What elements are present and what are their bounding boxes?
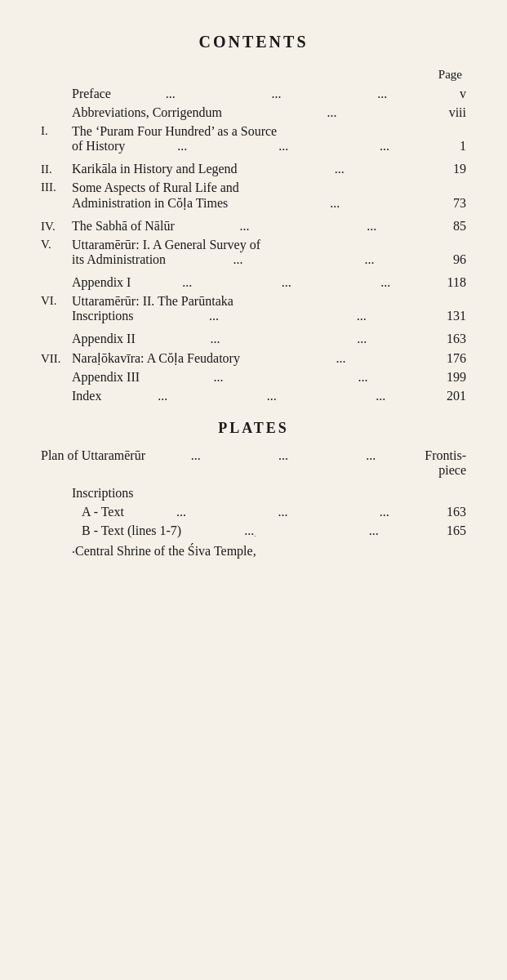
toc-title-block-VI: Uttaramērūr: II. The Parūntaka Inscripti… bbox=[72, 294, 466, 323]
toc-item-VII: VII. Naraḷōkavīra: A Cŏḷa Feudatory ... … bbox=[41, 350, 466, 366]
toc-title-abbr: Abbreviations, Corrigendum bbox=[72, 105, 222, 120]
toc-line2-text-III: Administration in Cŏḷa Times bbox=[72, 195, 228, 211]
toc-title-block-V: Uttaramērūr: I. A General Survey of its … bbox=[72, 238, 466, 267]
toc-index: Index ......... 201 bbox=[41, 389, 466, 403]
toc-page-III: 73 bbox=[442, 196, 466, 211]
toc-appendix-I: Appendix I ......... 118 bbox=[41, 275, 466, 290]
toc-abbreviations: Abbreviations, Corrigendum ... viii bbox=[41, 105, 466, 120]
toc-line2-VI: Inscriptions ...... 131 bbox=[72, 309, 466, 323]
toc-appendix-II: Appendix II ...... 163 bbox=[41, 332, 466, 346]
toc-dots-VI: ...... bbox=[134, 309, 442, 323]
toc-title-II: Karikāla in History and Legend bbox=[72, 162, 238, 176]
toc-page-appendix-III: 199 bbox=[442, 370, 466, 385]
plates-a-page: 163 bbox=[442, 505, 466, 519]
toc-title-appendix-II: Appendix II bbox=[72, 332, 136, 346]
toc-item-IV: IV. The Sabhā of Nālūr ...... 85 bbox=[41, 219, 466, 234]
toc-page-II: 19 bbox=[442, 162, 466, 176]
toc-dots-VII: ... bbox=[240, 351, 442, 366]
plates-b-text: B - Text (lines 1-7) ...·... 165 bbox=[41, 523, 466, 540]
toc-line1-text-VI: Uttaramērūr: II. The Parūntaka bbox=[72, 294, 233, 309]
toc-page-abbr: viii bbox=[442, 105, 466, 120]
toc-num-VI: VI. bbox=[41, 294, 72, 308]
plates-a-title: A - Text bbox=[82, 505, 124, 519]
toc-num-I: I. bbox=[41, 124, 72, 138]
plates-plan-dots: ......... bbox=[145, 448, 421, 463]
toc-appendix-III: Appendix III ...... 199 bbox=[41, 370, 466, 385]
toc-title-block-I: The ‘Puram Four Hundred’ as a Source of … bbox=[72, 124, 466, 154]
plates-inscriptions-title: Inscriptions bbox=[72, 486, 134, 501]
toc-line2-text-V: its Administration bbox=[72, 252, 166, 267]
toc-line2-V: its Administration ...... 96 bbox=[72, 252, 466, 267]
toc-line1-I: The ‘Puram Four Hundred’ as a Source bbox=[72, 124, 466, 139]
toc-title-preface: Preface bbox=[72, 87, 111, 101]
plates-plan-line: Plan of Uttaramērūr ......... Frontis-pi… bbox=[41, 448, 466, 478]
toc-title-IV: The Sabhā of Nālūr bbox=[72, 219, 175, 234]
toc-title-VII: Naraḷōkavīra: A Cŏḷa Feudatory bbox=[72, 350, 240, 366]
toc-page-appendix-II: 163 bbox=[442, 332, 466, 346]
toc-page-I: 1 bbox=[442, 139, 466, 154]
toc-page-index: 201 bbox=[442, 389, 466, 403]
toc-num-VII: VII. bbox=[41, 352, 72, 366]
toc-num-IV: IV. bbox=[41, 220, 72, 234]
toc-page-IV: 85 bbox=[442, 219, 466, 234]
toc-page-VII: 176 bbox=[442, 351, 466, 366]
toc-page-VI: 131 bbox=[442, 309, 466, 323]
toc-dots-IV: ...... bbox=[175, 219, 442, 234]
toc-item-III: III. Some Aspects of Rural Life and Admi… bbox=[41, 180, 466, 211]
toc-line1-text-V: Uttaramērūr: I. A General Survey of bbox=[72, 238, 260, 252]
plates-b-dots: ...·... bbox=[181, 523, 442, 540]
toc-page-preface: v bbox=[442, 87, 466, 101]
toc-dots-I: ......... bbox=[125, 139, 442, 154]
toc-item-I: I. The ‘Puram Four Hundred’ as a Source … bbox=[41, 124, 466, 154]
toc-title-index: Index bbox=[72, 389, 101, 403]
plates-plan: Plan of Uttaramērūr ......... Frontis-pi… bbox=[41, 448, 466, 478]
toc-line2-text-VI: Inscriptions bbox=[72, 309, 134, 323]
plates-b-page: 165 bbox=[442, 523, 466, 538]
plates-a-text: A - Text ......... 163 bbox=[41, 505, 466, 519]
toc-dots-appendix-II: ...... bbox=[136, 332, 442, 346]
plates-plan-block: Plan of Uttaramērūr ......... Frontis-pi… bbox=[41, 448, 466, 478]
toc-page-appendix-I: 118 bbox=[442, 275, 466, 290]
toc-line1-V: Uttaramērūr: I. A General Survey of bbox=[72, 238, 466, 252]
toc-line2-text-I: of History bbox=[72, 139, 125, 154]
toc-dots-appendix-I: ......... bbox=[131, 275, 442, 290]
toc-dots-III: ... bbox=[228, 196, 442, 211]
contents-title: CONTENTS bbox=[41, 33, 466, 51]
toc-dots-abbr: ... bbox=[222, 105, 442, 120]
toc-title-appendix-I: Appendix I bbox=[72, 275, 131, 290]
toc-item-V: V. Uttaramērūr: I. A General Survey of i… bbox=[41, 238, 466, 267]
plates-b-title: B - Text (lines 1-7) bbox=[82, 523, 181, 538]
toc-line1-text-I: The ‘Puram Four Hundred’ as a Source bbox=[72, 124, 277, 139]
toc-line1-VI: Uttaramērūr: II. The Parūntaka bbox=[72, 294, 466, 309]
toc-dots-II: ... bbox=[238, 162, 442, 176]
toc-page-V: 96 bbox=[442, 252, 466, 267]
toc-title-appendix-III: Appendix III bbox=[72, 370, 140, 385]
toc-line2-I: of History ......... 1 bbox=[72, 139, 466, 154]
toc-line1-text-III: Some Aspects of Rural Life and bbox=[72, 180, 239, 195]
toc-preface: Preface ......... v bbox=[41, 87, 466, 101]
toc-num-III: III. bbox=[41, 180, 72, 194]
plates-a-dots: ......... bbox=[124, 505, 442, 519]
plates-title: PLATES bbox=[41, 420, 466, 437]
toc-line2-III: Administration in Cŏḷa Times ... 73 bbox=[72, 195, 466, 211]
toc-title-block-III: Some Aspects of Rural Life and Administr… bbox=[72, 180, 466, 211]
toc-num-II: II. bbox=[41, 163, 72, 176]
toc-item-VI: VI. Uttaramērūr: II. The Parūntaka Inscr… bbox=[41, 294, 466, 323]
toc-dots-appendix-III: ...... bbox=[140, 370, 442, 385]
plates-inscriptions-header: Inscriptions bbox=[41, 486, 466, 501]
toc-num-V: V. bbox=[41, 238, 72, 252]
page-header: Page bbox=[41, 68, 466, 82]
plates-shrine-title: ·Central Shrine of the Śiva Temple, bbox=[72, 544, 256, 559]
toc-dots-index: ......... bbox=[101, 389, 442, 403]
toc-dots-V: ...... bbox=[166, 252, 442, 267]
plates-central-shrine: ·Central Shrine of the Śiva Temple, bbox=[41, 544, 466, 559]
toc-dots-preface: ......... bbox=[111, 87, 442, 101]
toc-item-II: II. Karikāla in History and Legend ... 1… bbox=[41, 162, 466, 176]
page-label: Page bbox=[438, 68, 462, 82]
toc-line1-III: Some Aspects of Rural Life and bbox=[72, 180, 466, 195]
plates-plan-page: Frontis-piece bbox=[421, 448, 466, 478]
plates-plan-title: Plan of Uttaramērūr bbox=[41, 448, 145, 463]
